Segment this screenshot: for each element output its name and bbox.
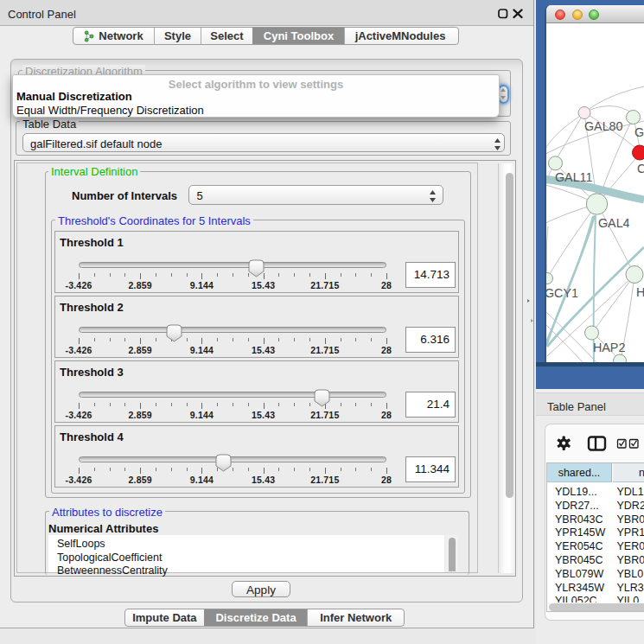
svg-text:GA: GA	[634, 125, 644, 139]
svg-text:GAL4: GAL4	[598, 216, 630, 230]
svg-text:GCY1: GCY1	[546, 286, 578, 300]
svg-text:C: C	[637, 162, 644, 175]
svg-text:GAL11: GAL11	[555, 170, 592, 184]
svg-text:HAP2: HAP2	[593, 341, 625, 354]
svg-text:H: H	[636, 285, 644, 299]
svg-text:GAL80: GAL80	[584, 119, 623, 133]
